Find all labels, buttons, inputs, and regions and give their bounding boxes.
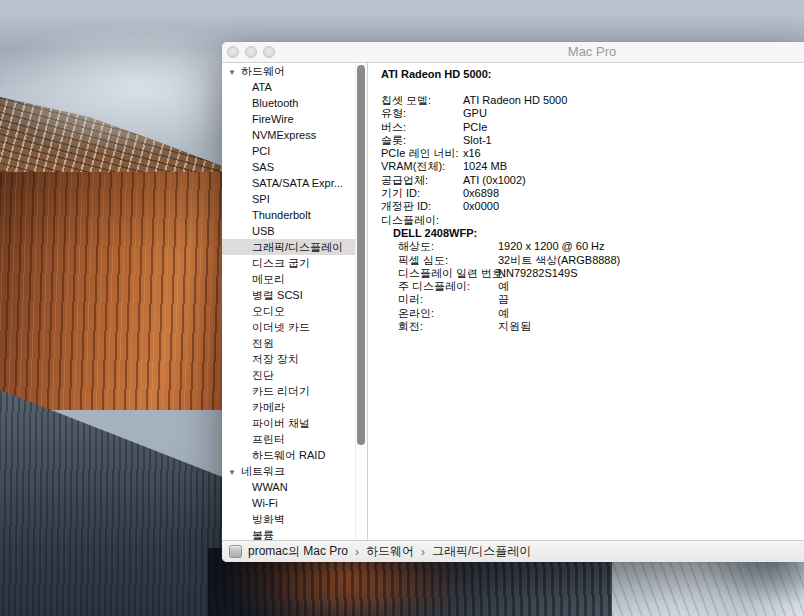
info-value: ATI Radeon HD 5000: [463, 94, 567, 107]
info-value: ATI (0x1002): [463, 174, 526, 187]
sidebar-item-graphics-displays[interactable]: 그래픽/디스플레이: [222, 239, 356, 255]
sidebar-item-power[interactable]: 전원: [222, 335, 356, 351]
display-row: 미러:끔: [398, 293, 796, 306]
sidebar-item-printers[interactable]: 프린터: [222, 431, 356, 447]
info-value: 지원됨: [498, 320, 531, 333]
content-title: ATI Radeon HD 5000:: [381, 67, 796, 81]
sidebar-list: ▼하드웨어 ATA Bluetooth FireWire NVMExpress …: [222, 63, 356, 540]
info-label: 해상도:: [398, 240, 498, 253]
breadcrumb-item-graphics-displays[interactable]: 그래픽/디스플레이: [432, 543, 531, 560]
minimize-button[interactable]: [245, 46, 257, 58]
info-row: 칩셋 모델:ATI Radeon HD 5000: [381, 94, 796, 107]
info-value: 32비트 색상(ARGB8888): [498, 254, 620, 267]
info-row: VRAM(전체):1024 MB: [381, 160, 796, 173]
sidebar-item-spi[interactable]: SPI: [222, 191, 356, 207]
info-row: 기기 ID:0x6898: [381, 187, 796, 200]
sidebar-item-sata[interactable]: SATA/SATA Expr...: [222, 175, 356, 191]
info-value: PCIe: [463, 121, 487, 134]
sidebar-scrollbar-thumb[interactable]: [357, 65, 365, 445]
sidebar-item-bluetooth[interactable]: Bluetooth: [222, 95, 356, 111]
sidebar-section-network[interactable]: ▼네트워크: [222, 463, 356, 479]
info-row: 유형:GPU: [381, 107, 796, 120]
info-label: 주 디스플레이:: [398, 280, 498, 293]
info-row: 버스:PCIe: [381, 121, 796, 134]
sidebar-item-parallel-scsi[interactable]: 병렬 SCSI: [222, 287, 356, 303]
info-label: 버스:: [381, 121, 463, 134]
info-label: 공급업체:: [381, 174, 463, 187]
info-row: 슬롯:Slot-1: [381, 134, 796, 147]
info-value: 1024 MB: [463, 160, 507, 173]
sidebar-item-ata[interactable]: ATA: [222, 79, 356, 95]
info-label: PCIe 레인 너비:: [381, 147, 463, 160]
sidebar-item-wifi[interactable]: Wi-Fi: [222, 495, 356, 511]
sidebar-item-ethernet-cards[interactable]: 이더넷 카드: [222, 319, 356, 335]
sidebar: ▼하드웨어 ATA Bluetooth FireWire NVMExpress …: [222, 63, 368, 540]
breadcrumb-item-root[interactable]: promac의 Mac Pro: [248, 543, 348, 560]
sidebar-item-firewall[interactable]: 방화벽: [222, 511, 356, 527]
sidebar-item-disc-burning[interactable]: 디스크 굽기: [222, 255, 356, 271]
info-label: 온라인:: [398, 307, 498, 320]
window-title: Mac Pro: [522, 42, 662, 62]
info-label: 회전:: [398, 320, 498, 333]
info-row: 공급업체:ATI (0x1002): [381, 174, 796, 187]
zoom-button[interactable]: [263, 46, 275, 58]
sidebar-item-sas[interactable]: SAS: [222, 159, 356, 175]
display-row: 픽셀 심도:32비트 색상(ARGB8888): [398, 254, 796, 267]
info-value: GPU: [463, 107, 487, 120]
display-row: 온라인:예: [398, 307, 796, 320]
sidebar-item-nvmexpress[interactable]: NVMExpress: [222, 127, 356, 143]
sidebar-item-wwan[interactable]: WWAN: [222, 479, 356, 495]
info-label: 디스플레이:: [381, 214, 463, 227]
display-row: 디스플레이 일련 번호:NN79282S149S: [398, 267, 796, 280]
sidebar-item-audio[interactable]: 오디오: [222, 303, 356, 319]
info-label: 슬롯:: [381, 134, 463, 147]
sidebar-item-thunderbolt[interactable]: Thunderbolt: [222, 207, 356, 223]
wallpaper-fog-overlay: [0, 32, 252, 154]
info-value: 예: [498, 307, 509, 320]
info-label: 칩셋 모델:: [381, 94, 463, 107]
breadcrumb-separator: ›: [355, 545, 359, 559]
sidebar-item-hardware-raid[interactable]: 하드웨어 RAID: [222, 447, 356, 463]
window-titlebar[interactable]: Mac Pro: [222, 42, 804, 63]
info-label: 픽셀 심도:: [398, 254, 498, 267]
display-row: 회전:지원됨: [398, 320, 796, 333]
system-information-window: Mac Pro ▼하드웨어 ATA Bluetooth FireWire NVM…: [222, 42, 804, 562]
sidebar-item-card-reader[interactable]: 카드 리더기: [222, 383, 356, 399]
info-value: 예: [498, 280, 509, 293]
info-row: PCIe 레인 너비:x16: [381, 147, 796, 160]
info-value: 0x6898: [463, 187, 499, 200]
info-value: 0x0000: [463, 200, 499, 213]
disclosure-triangle-icon[interactable]: ▼: [228, 65, 241, 81]
info-value: NN79282S149S: [498, 267, 578, 280]
sidebar-scrollbar[interactable]: [355, 63, 367, 540]
sidebar-section-label: 네트워크: [241, 465, 285, 477]
info-value: Slot-1: [463, 134, 492, 147]
displays-header-row: 디스플레이:: [381, 214, 796, 227]
info-value: 끔: [498, 293, 509, 306]
sidebar-section-hardware[interactable]: ▼하드웨어: [222, 63, 356, 79]
computer-icon: [229, 545, 242, 558]
info-label: VRAM(전체):: [381, 160, 463, 173]
sidebar-item-firewire[interactable]: FireWire: [222, 111, 356, 127]
traffic-lights: [227, 46, 275, 58]
wallpaper-cliff-face: [0, 172, 232, 410]
sidebar-item-camera[interactable]: 카메라: [222, 399, 356, 415]
sidebar-item-volumes[interactable]: 볼륨: [222, 527, 356, 540]
info-label: 미러:: [398, 293, 498, 306]
display-name: DELL 2408WFP:: [393, 227, 796, 240]
sidebar-item-diagnostics[interactable]: 진단: [222, 367, 356, 383]
breadcrumb-item-hardware[interactable]: 하드웨어: [366, 543, 414, 560]
sidebar-section-label: 하드웨어: [241, 65, 285, 77]
info-row: 개정판 ID:0x0000: [381, 200, 796, 213]
sidebar-item-usb[interactable]: USB: [222, 223, 356, 239]
sidebar-item-memory[interactable]: 메모리: [222, 271, 356, 287]
disclosure-triangle-icon[interactable]: ▼: [228, 465, 241, 481]
display-row: 해상도:1920 x 1200 @ 60 Hz: [398, 240, 796, 253]
sidebar-item-pci[interactable]: PCI: [222, 143, 356, 159]
close-button[interactable]: [227, 46, 239, 58]
sidebar-item-storage[interactable]: 저장 장치: [222, 351, 356, 367]
info-label: 디스플레이 일련 번호:: [398, 267, 498, 280]
info-value: x16: [463, 147, 481, 160]
sidebar-item-fibre-channel[interactable]: 파이버 채널: [222, 415, 356, 431]
breadcrumb-bar: promac의 Mac Pro › 하드웨어 › 그래픽/디스플레이: [222, 540, 804, 562]
